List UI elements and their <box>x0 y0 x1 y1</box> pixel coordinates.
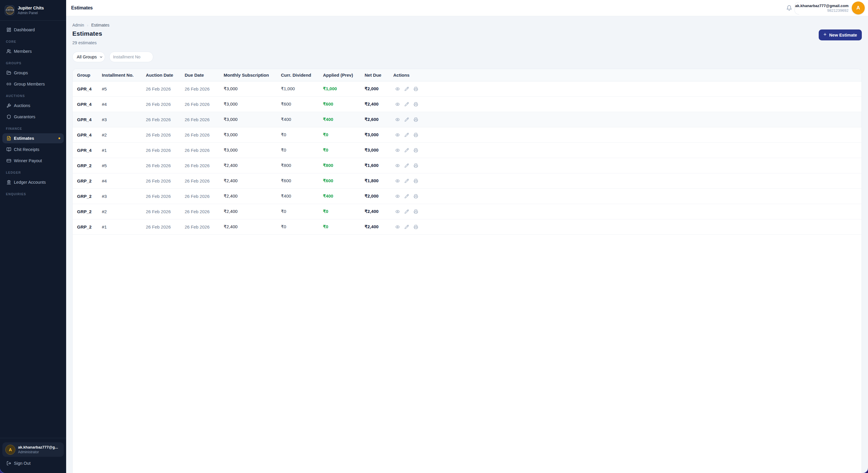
svg-text:JUPITER: JUPITER <box>6 9 14 11</box>
svg-text:FRATERNITY FUND: FRATERNITY FUND <box>6 11 13 12</box>
